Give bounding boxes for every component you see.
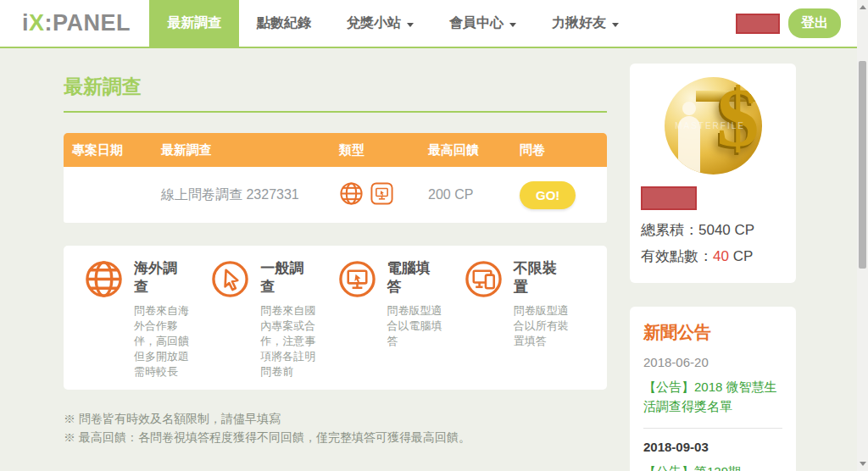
scrollbar-thumb[interactable]: [859, 61, 866, 269]
page-title: 最新調查: [64, 74, 607, 113]
column-header-max-reward: 最高回饋: [428, 142, 520, 158]
nav-item-label: 最新調查: [167, 14, 221, 32]
feature-text: 電腦填答 問卷版型適合以電腦填答: [387, 259, 443, 349]
feature-text: 不限裝置 問卷版型適合以所有裝置填答: [514, 259, 570, 349]
monitor-icon: [337, 259, 377, 299]
news-item: 2018-09-03 【公告】第129期【iX:Panel抽抽樂】得獎名單: [643, 428, 782, 471]
feature-text: 海外調查 問卷來自海外合作夥伴，高回饋但多開放題需時較長: [134, 259, 190, 380]
nav-item-latest-surveys[interactable]: 最新調查: [149, 0, 239, 47]
total-points-label: 總累積：: [641, 222, 698, 238]
feature-text: 一般調查 問卷來自國內專案或合作，注意事項將各註明問卷前: [260, 259, 316, 380]
feature-computer-only: 電腦填答 問卷版型適合以電腦填答: [337, 259, 464, 380]
footnotes: ※ 問卷皆有時效及名額限制，請儘早填寫 ※ 最高回饋：各問卷視填答程度獲得不同回…: [64, 409, 607, 446]
feature-description: 問卷來自國內專案或合作，注意事項將各註明問卷前: [260, 303, 316, 380]
news-title: 新聞公告: [643, 321, 782, 344]
valid-points-value: 40: [713, 248, 729, 264]
feature-any-device: 不限裝置 問卷版型適合以所有裝置填答: [464, 259, 590, 380]
cursor-icon: [210, 259, 250, 299]
nav-item-invite-friends-menu[interactable]: 力揪好友: [534, 0, 637, 47]
main-nav: 最新調查 點數紀錄 兌獎小站 會員中心 力揪好友: [149, 0, 637, 47]
brand-logo-rest: :PANEL: [45, 10, 131, 36]
devices-icon: [464, 259, 504, 299]
feature-title: 電腦填答: [387, 259, 443, 296]
brand-logo-x: X: [29, 10, 45, 36]
avatar: $ MASTERFILE: [665, 77, 762, 175]
sidebar: $ MASTERFILE 總累積：5040 CP 有效點數：40 CP 新聞公告…: [630, 64, 796, 471]
nav-item-points-history[interactable]: 點數紀錄: [239, 0, 329, 47]
news-link[interactable]: 【公告】第129期【iX:Panel抽抽樂】得獎名單: [643, 463, 782, 471]
valid-points-unit: CP: [729, 248, 753, 264]
globe-icon: [339, 181, 364, 209]
total-points-line: 總累積：5040 CP: [641, 220, 785, 240]
brand-logo[interactable]: iX:PANEL: [0, 10, 149, 36]
computer-icon: [370, 181, 394, 209]
scrollbar-down-arrow-icon[interactable]: [860, 462, 866, 466]
feature-title: 一般調查: [260, 259, 316, 296]
survey-type-legend-card: 海外調查 問卷來自海外合作夥伴，高回饋但多開放題需時較長 一般調查 問卷來自國內…: [64, 246, 607, 390]
feature-description: 問卷版型適合以所有裝置填答: [514, 303, 570, 349]
footnote-max-reward: ※ 最高回饋：各問卷視填答程度獲得不同回饋，僅完整填答可獲得最高回饋。: [64, 428, 607, 446]
column-header-latest-survey: 最新調查: [161, 142, 339, 158]
survey-table: 專案日期 最新調查 類型 最高回饋 問卷 線上問卷調查 2327331: [64, 133, 607, 223]
total-points-value: 5040 CP: [698, 222, 754, 238]
cell-type-icons: [339, 181, 428, 209]
cell-survey-name: 線上問卷調查 2327331: [161, 186, 339, 204]
globe-icon: [84, 259, 124, 299]
survey-table-header: 專案日期 最新調查 類型 最高回饋 問卷: [64, 133, 607, 167]
nav-item-label: 會員中心: [449, 14, 504, 32]
news-card: 新聞公告 2018-06-20 【公告】2018 微智慧生活調查得獎名單 201…: [630, 307, 796, 471]
valid-points-label: 有效點數：: [641, 248, 713, 264]
feature-overseas-survey: 海外調查 問卷來自海外合作夥伴，高回饋但多開放題需時較長: [84, 259, 210, 380]
feature-title: 海外調查: [134, 259, 190, 296]
news-date: 2018-06-20: [643, 355, 782, 369]
avatar-watermark: MASTERFILE: [675, 121, 745, 130]
feature-description: 問卷來自海外合作夥伴，高回饋但多開放題需時較長: [134, 303, 190, 380]
profile-card: $ MASTERFILE 總累積：5040 CP 有效點數：40 CP: [630, 64, 796, 283]
column-header-project-date: 專案日期: [72, 142, 161, 158]
main-content: 最新調查 專案日期 最新調查 類型 最高回饋 問卷 線上問卷調查 2327331: [64, 48, 607, 446]
feature-title: 不限裝置: [514, 259, 570, 296]
brand-logo-i: i: [22, 10, 29, 36]
chevron-down-icon: [509, 23, 516, 27]
top-navbar: iX:PANEL 最新調查 點數紀錄 兌獎小站 會員中心 力揪好友 登出: [0, 0, 868, 48]
feature-general-survey: 一般調查 問卷來自國內專案或合作，注意事項將各註明問卷前: [210, 259, 337, 380]
chevron-down-icon: [612, 23, 619, 27]
footnote-deadline: ※ 問卷皆有時效及名額限制，請儘早填寫: [64, 409, 607, 428]
nav-item-rewards-menu[interactable]: 兌獎小站: [329, 0, 431, 47]
go-button[interactable]: GO!: [520, 181, 576, 209]
feature-description: 問卷版型適合以電腦填答: [387, 303, 443, 349]
member-name-redaction: [641, 186, 697, 210]
news-date: 2018-09-03: [643, 440, 782, 454]
username-redaction: [736, 14, 780, 34]
nav-item-label: 力揪好友: [552, 14, 606, 32]
nav-item-label: 兌獎小站: [347, 14, 401, 32]
page-body: 最新調查 專案日期 最新調查 類型 最高回饋 問卷 線上問卷調查 2327331: [0, 48, 868, 469]
page-scrollbar[interactable]: [857, 0, 868, 471]
chevron-down-icon: [407, 23, 414, 27]
news-item: 2018-06-20 【公告】2018 微智慧生活調查得獎名單: [643, 344, 782, 416]
column-header-questionnaire: 問卷: [520, 142, 607, 158]
nav-item-member-center-menu[interactable]: 會員中心: [431, 0, 534, 47]
cell-reward: 200 CP: [428, 187, 520, 202]
table-row: 線上問卷調查 2327331: [64, 167, 607, 223]
nav-item-label: 點數紀錄: [257, 14, 311, 32]
valid-points-line: 有效點數：40 CP: [641, 247, 785, 266]
logout-button[interactable]: 登出: [788, 8, 841, 38]
scrollbar-up-arrow-icon[interactable]: [860, 5, 866, 9]
column-header-type: 類型: [339, 142, 428, 158]
news-link[interactable]: 【公告】2018 微智慧生活調查得獎名單: [643, 378, 782, 416]
header-right-group: 登出: [736, 0, 868, 47]
